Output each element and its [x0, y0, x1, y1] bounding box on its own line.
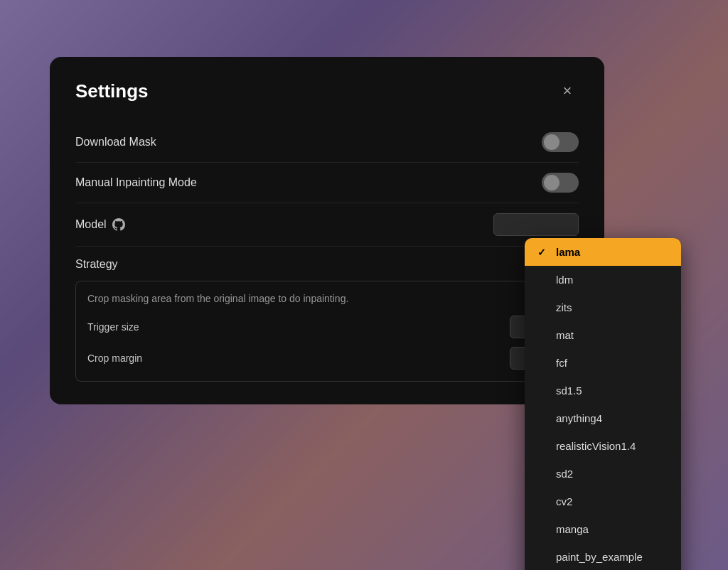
manual-inpainting-slider [542, 173, 579, 193]
crop-margin-label: Crop margin [87, 353, 142, 364]
crop-margin-field: Crop margin [87, 347, 567, 370]
check-icon: ✓ [537, 247, 549, 258]
model-label: Model [75, 218, 125, 231]
model-row: Model [75, 203, 579, 247]
page-container: Settings × Download Mask Manual Inpainti… [0, 0, 728, 570]
download-mask-label: Download Mask [75, 136, 156, 149]
dropdown-item-fcf[interactable]: ✓ fcf [525, 349, 681, 377]
settings-dialog: Settings × Download Mask Manual Inpainti… [50, 57, 604, 404]
dropdown-item-paint-by-example[interactable]: ✓ paint_by_example [525, 543, 681, 570]
strategy-box: Crop masking area from the original imag… [75, 281, 579, 382]
trigger-size-field: Trigger size [87, 316, 567, 338]
dropdown-item-anything4[interactable]: ✓ anything4 [525, 404, 681, 432]
dropdown-item-mat[interactable]: ✓ mat [525, 321, 681, 349]
manual-inpainting-label: Manual Inpainting Mode [75, 176, 197, 189]
github-icon [112, 218, 125, 231]
dropdown-item-lama[interactable]: ✓ lama [525, 238, 681, 266]
strategy-section: Strategy Crop masking area from the orig… [75, 258, 579, 382]
dialog-title: Settings [75, 80, 149, 102]
model-select-trigger[interactable] [493, 213, 579, 236]
dialog-header: Settings × [75, 80, 579, 102]
dropdown-item-sd15[interactable]: ✓ sd1.5 [525, 377, 681, 404]
download-mask-toggle[interactable] [542, 132, 579, 152]
model-dropdown: ✓ lama ✓ ldm ✓ zits ✓ mat ✓ fcf ✓ sd1.5 … [525, 238, 681, 570]
dropdown-item-realisticvision[interactable]: ✓ realisticVision1.4 [525, 432, 681, 460]
dropdown-item-cv2[interactable]: ✓ cv2 [525, 488, 681, 515]
manual-inpainting-row: Manual Inpainting Mode [75, 163, 579, 203]
strategy-label: Strategy [75, 258, 579, 271]
download-mask-row: Download Mask [75, 122, 579, 163]
strategy-description: Crop masking area from the original imag… [87, 293, 567, 304]
trigger-size-label: Trigger size [87, 321, 139, 333]
download-mask-slider [542, 132, 579, 152]
dropdown-item-zits[interactable]: ✓ zits [525, 294, 681, 321]
close-button[interactable]: × [556, 80, 579, 102]
dropdown-item-ldm[interactable]: ✓ ldm [525, 266, 681, 294]
dropdown-item-manga[interactable]: ✓ manga [525, 515, 681, 543]
manual-inpainting-toggle[interactable] [542, 173, 579, 193]
dropdown-item-sd2[interactable]: ✓ sd2 [525, 460, 681, 488]
